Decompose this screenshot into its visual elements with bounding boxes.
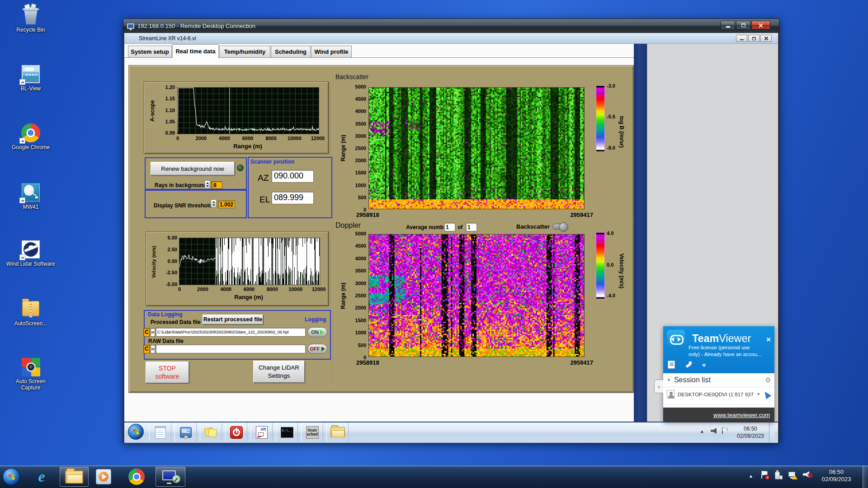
remote-start-button[interactable] [128,424,144,440]
tab-temp-humidity[interactable]: Temp/humidity [219,46,270,58]
processed-browse-icon[interactable] [150,328,155,337]
host-battery-icon[interactable] [775,472,780,479]
rdp-maximize-button[interactable] [736,21,750,29]
streamline-close-button[interactable] [760,35,772,42]
teamviewer-sessions-icon[interactable] [668,361,675,369]
teamviewer-brand: TeamViewer [692,333,751,345]
host-taskbar-internet-explorer[interactable]: e [32,467,52,486]
colorbar-tick: -3.0 [607,83,615,89]
restart-processed-file-button[interactable]: Restart processed file [203,314,263,324]
teamviewer-website-link[interactable]: www.teamviewer.com [713,412,770,418]
raw-drive-letter[interactable]: C [143,345,150,353]
host-taskbar-rdp[interactable] [156,467,185,487]
raw-file-path[interactable] [156,344,306,353]
backscatter-colorbar [596,85,605,152]
remote-action-center-flag-icon[interactable] [722,427,727,434]
stop-software-button[interactable]: STOPsoftware [146,361,189,383]
host-action-center-flag-icon[interactable]: x [761,471,768,479]
labview-xr-icon: XR [256,426,268,439]
rdp-minimize-button[interactable] [721,21,735,29]
rdp-app-icon [161,469,179,484]
tab-scheduling[interactable]: Scheduling [271,46,311,58]
remote-taskbar-explorer[interactable] [326,423,349,441]
processed-drive-letter[interactable]: C [143,328,150,337]
remote-show-desktop-button[interactable] [769,422,774,442]
teamviewer-collapse-icon[interactable]: « [702,361,706,369]
tab-system-setup[interactable]: System setup [128,46,172,58]
processed-file-label: Processed Data file [151,319,201,325]
session-settings-gear-icon[interactable]: ⚙ [765,376,771,384]
desktop-icon-recycle-bin[interactable]: Recycle Bin [5,5,56,33]
remote-taskbar-notepad[interactable] [149,423,171,441]
streamline-restore-button[interactable] [748,35,760,42]
teamviewer-header: TeamViewer × Free license (personal useo… [663,326,774,373]
host-taskbar-explorer[interactable] [60,467,89,487]
host-volume-muted-icon[interactable] [803,471,809,478]
minimize-icon [740,39,744,40]
remote-tray-chevron[interactable]: ▲ [700,429,704,434]
session-list-header[interactable]: ▼ Session list ⚙ [663,373,774,387]
host-taskbar-chrome[interactable] [128,469,145,485]
desktop-icon-wind-lidar[interactable]: ➜ Wind Lidar Software [5,239,56,267]
velocity-y-ticks: 5.002.500.00-2.50-5.00 [159,235,177,287]
el-value[interactable]: 089.999 [271,192,314,204]
spin-down-icon [212,204,215,206]
host-clock[interactable]: 06:5002/09/2023 [814,469,859,483]
host-show-desktop-button[interactable] [863,466,868,488]
windows-flag-icon [133,429,139,435]
backscatter-toggle[interactable] [552,224,568,230]
rdp-close-button[interactable] [751,21,770,29]
colorbar-tick: -8.0 [607,145,615,150]
desktop-icon-auto-screen-capture[interactable]: Auto Screen Capture [5,357,56,391]
host-taskbar-media-player[interactable] [96,469,114,485]
remote-taskbar-scan-scheduler[interactable]: Scansched [301,423,323,441]
host-start-button[interactable] [3,468,20,485]
average-number-value[interactable]: 1 [444,223,455,231]
rays-value[interactable]: 8 [212,181,222,189]
session-list-entry[interactable]: DESKTOP-OE0QDVI (1 817 937 ▼ [663,387,774,401]
shortcut-arrow-icon: ➜ [19,254,25,260]
remote-taskbar-display-settings[interactable] [175,423,197,441]
tab-real-time-data[interactable]: Real time data [172,44,219,58]
desktop-icon-google-chrome[interactable]: ➜ Google Chrome [5,123,56,150]
rays-spinner[interactable] [204,180,210,189]
streamline-minimize-button[interactable] [736,35,747,42]
tab-wind-profile[interactable]: Wind profile [311,46,352,58]
remote-taskbar-shutdown[interactable] [225,423,247,441]
velocity-x-ticks: 020004000600080001000012000 [168,286,330,292]
rdp-title-bar[interactable]: 192.168.0.150 - Remote Desktop Connectio… [123,19,779,33]
teamviewer-close-button[interactable]: × [766,335,771,344]
processed-logging-on-button[interactable]: ON [307,327,327,337]
logging-label: Logging [305,316,326,323]
desktop-icon-autoscreen-zip[interactable]: AutoScreen... [5,299,56,327]
remote-taskbar-streamline-xr[interactable]: XR [250,423,273,441]
session-entry-caret-icon[interactable]: ▼ [757,392,760,396]
snr-value[interactable]: 1.002 [218,201,235,208]
streamline-title-bar[interactable]: StreamLine XR v14-6.vi [124,33,778,44]
processed-file-path[interactable]: C:\Lidar\Data\Proc\2023\202309\20230902\… [156,328,306,337]
desktop-icon-mw41[interactable]: ➜ MW41 [5,183,56,210]
desktop-icon-bl-view[interactable]: ➜ BL-View [5,64,56,92]
host-tray-chevron[interactable]: ▲ [749,474,753,479]
teamviewer-panel: TeamViewer × Free license (personal useo… [663,326,774,422]
host-network-icon[interactable] [788,472,795,479]
remote-control-cursor-icon[interactable] [762,389,771,399]
average-number-label: Average number [406,224,448,230]
remote-taskbar-sticky-notes[interactable] [200,423,222,441]
raw-browse-icon[interactable] [150,345,155,353]
raw-logging-off-button[interactable]: OFF [307,344,327,354]
renew-background-button[interactable]: Renew background now [151,162,235,175]
session-list-caret-icon: ▼ [667,378,671,382]
teamviewer-brush-icon[interactable] [685,361,692,368]
az-value[interactable]: 090.000 [271,170,314,183]
change-lidar-settings-button[interactable]: Change LiDARSettings [253,361,305,383]
remote-taskbar-cmd[interactable]: C:\_ [276,423,298,441]
doppler-section-title: Doppler [335,221,361,230]
recycle-bin-icon [20,5,41,25]
remote-clock[interactable]: 06:5002/09/2023 [733,425,768,440]
average-total-value[interactable]: 1 [466,223,477,231]
backscatter-section-title: Backscatter [335,73,368,80]
auto-screen-capture-icon [20,357,41,377]
teamviewer-expand-tab[interactable]: › [654,380,663,393]
snr-spinner[interactable] [211,199,217,208]
